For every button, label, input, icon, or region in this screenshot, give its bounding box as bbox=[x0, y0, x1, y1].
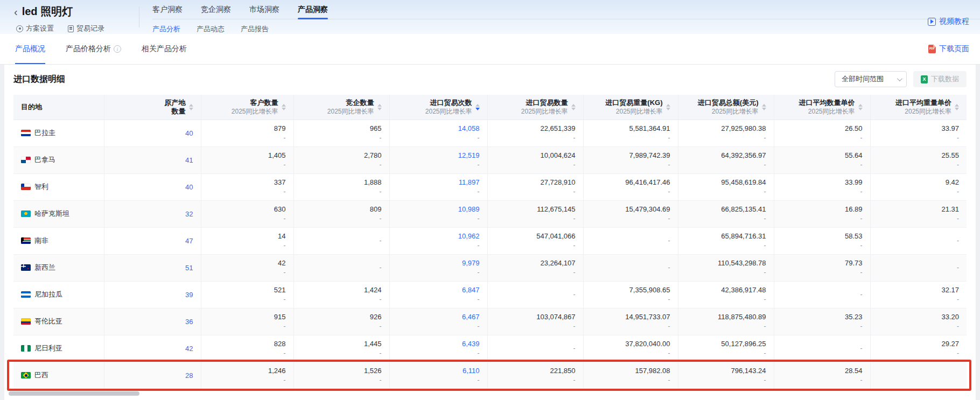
origin-count-cell[interactable]: 42 bbox=[104, 335, 201, 362]
destination-cell: 尼加拉瓜 bbox=[13, 281, 104, 308]
origin-count-link[interactable]: 40 bbox=[185, 183, 193, 191]
back-chevron-icon[interactable]: ‹ bbox=[14, 6, 18, 18]
value-cell: 66,825,135.41- bbox=[678, 200, 774, 227]
origin-count-cell[interactable]: 51 bbox=[104, 254, 201, 281]
origin-count-link[interactable]: 40 bbox=[185, 129, 193, 137]
download-data-button[interactable]: 下载数据 bbox=[913, 71, 967, 87]
value-cell: - bbox=[583, 254, 678, 281]
value-cell: - bbox=[293, 227, 389, 254]
value-cell: 9.42- bbox=[870, 173, 967, 200]
sort-carets-icon[interactable] bbox=[189, 104, 193, 110]
tab-customer-insight[interactable]: 客户洞察 bbox=[152, 5, 183, 19]
value-cell: 27,728,910- bbox=[487, 173, 583, 200]
column-header-6[interactable]: 进口贸易重量(KG)2025同比增长率 bbox=[583, 95, 678, 120]
info-icon[interactable]: i bbox=[114, 45, 121, 53]
value-cell: - bbox=[870, 227, 967, 254]
sort-carets-icon[interactable] bbox=[666, 104, 670, 110]
table-row-colombia: 哥伦比亚36915-926-6,467-103,074,867-14,951,7… bbox=[13, 308, 967, 335]
trade-records-button[interactable]: 贸易记录 bbox=[68, 24, 104, 33]
horizontal-scrollbar-thumb[interactable] bbox=[9, 391, 139, 396]
value-cell: - bbox=[293, 254, 389, 281]
column-header-2[interactable]: 客户数量2025同比增长率 bbox=[201, 95, 293, 120]
value-cell[interactable]: 6,439- bbox=[389, 335, 487, 362]
value-cell[interactable]: 10,962- bbox=[389, 227, 487, 254]
value-cell: 103,074,867- bbox=[487, 308, 583, 335]
table-row-kazakhstan: 哈萨克斯坦32630-809-10,989-112,675,145-15,479… bbox=[13, 200, 967, 227]
origin-count-cell[interactable]: 40 bbox=[104, 120, 201, 146]
origin-count-link[interactable]: 28 bbox=[185, 371, 193, 380]
origin-count-cell[interactable]: 28 bbox=[104, 362, 201, 389]
origin-count-link[interactable]: 47 bbox=[185, 237, 193, 245]
sort-carets-icon[interactable] bbox=[377, 104, 382, 110]
tab-product-dynamics[interactable]: 产品动态 bbox=[197, 24, 225, 34]
value-cell: 796,143.24- bbox=[678, 362, 774, 389]
value-cell: 22,651,339- bbox=[487, 120, 583, 146]
tab-competitor-insight[interactable]: 竞企洞察 bbox=[201, 5, 231, 19]
value-cell: 42- bbox=[201, 254, 293, 281]
tab-related-product-analysis[interactable]: 相关产品分析 bbox=[142, 34, 187, 64]
value-cell: 21.31- bbox=[870, 200, 967, 227]
page-title: led 照明灯 bbox=[22, 4, 73, 19]
column-header-1[interactable]: 原产地数量 bbox=[104, 95, 201, 120]
secondary-tab-bar: 产品分析 产品动态 产品报告 bbox=[152, 24, 980, 34]
value-cell[interactable]: 10,989- bbox=[389, 200, 487, 227]
value-cell[interactable]: 12,519- bbox=[389, 146, 487, 173]
value-cell[interactable]: 11,897- bbox=[389, 173, 487, 200]
value-cell: 95,458,619.84- bbox=[678, 173, 774, 200]
sort-carets-icon[interactable] bbox=[571, 104, 576, 110]
panama-flag-icon bbox=[21, 157, 31, 163]
value-cell: - bbox=[774, 281, 870, 308]
sort-carets-icon[interactable] bbox=[762, 104, 766, 110]
value-cell: 337- bbox=[201, 173, 293, 200]
value-cell: 14,951,733.07- bbox=[583, 308, 678, 335]
table-row-panama: 巴拿马411,405-2,780-12,519-10,004,624-7,989… bbox=[13, 146, 967, 173]
origin-count-cell[interactable]: 32 bbox=[104, 200, 201, 227]
origin-count-link[interactable]: 42 bbox=[185, 345, 193, 353]
time-range-select[interactable]: 全部时间范围 bbox=[835, 71, 907, 87]
value-cell[interactable]: 6,467- bbox=[389, 308, 487, 335]
sort-carets-icon[interactable] bbox=[282, 104, 286, 110]
value-cell: 521- bbox=[201, 281, 293, 308]
origin-count-link[interactable]: 39 bbox=[185, 291, 193, 299]
origin-count-cell[interactable]: 39 bbox=[104, 281, 201, 308]
value-cell[interactable]: 14,058- bbox=[389, 120, 487, 146]
origin-count-cell[interactable]: 41 bbox=[104, 146, 201, 173]
tab-product-report[interactable]: 产品报告 bbox=[241, 24, 269, 34]
column-header-4[interactable]: 进口贸易次数2025同比增长率 bbox=[389, 95, 487, 120]
download-page-link[interactable]: 下载页面 bbox=[928, 44, 969, 54]
sort-carets-icon[interactable] bbox=[858, 104, 863, 110]
sort-carets-icon[interactable] bbox=[955, 104, 959, 110]
tab-product-analysis[interactable]: 产品分析 bbox=[152, 24, 180, 34]
origin-count-cell[interactable]: 47 bbox=[104, 227, 201, 254]
value-cell[interactable]: 6,847- bbox=[389, 281, 487, 308]
tab-market-insight[interactable]: 市场洞察 bbox=[249, 5, 279, 19]
origin-count-link[interactable]: 32 bbox=[185, 210, 193, 218]
value-cell[interactable]: 9,979- bbox=[389, 254, 487, 281]
column-header-8[interactable]: 进口平均数量单价2025同比增长率 bbox=[774, 95, 870, 120]
value-cell: 37,820,040.00- bbox=[583, 335, 678, 362]
scheme-settings-button[interactable]: 方案设置 bbox=[16, 24, 54, 33]
origin-count-link[interactable]: 51 bbox=[185, 264, 193, 272]
destination-label: 巴拉圭 bbox=[34, 128, 55, 138]
origin-count-cell[interactable]: 40 bbox=[104, 173, 201, 200]
destination-label: 南非 bbox=[34, 236, 48, 245]
origin-count-link[interactable]: 36 bbox=[185, 318, 193, 326]
column-header-9[interactable]: 进口平均重量单价2025同比增长率 bbox=[870, 95, 967, 120]
origin-count-link[interactable]: 41 bbox=[185, 156, 193, 164]
product-title-block: ‹ led 照明灯 方案设置 贸易记录 bbox=[0, 0, 139, 34]
time-range-value: 全部时间范围 bbox=[842, 74, 884, 84]
value-cell bbox=[870, 362, 967, 389]
tab-product-insight[interactable]: 产品洞察 bbox=[298, 5, 328, 19]
value-cell[interactable]: 6,110- bbox=[389, 362, 487, 389]
column-header-5[interactable]: 进口贸易数量2025同比增长率 bbox=[487, 95, 583, 120]
video-tutorial-link[interactable]: 视频教程 bbox=[928, 17, 969, 26]
column-header-7[interactable]: 进口贸易总额(美元)2025同比增长率 bbox=[678, 95, 774, 120]
origin-count-cell[interactable]: 36 bbox=[104, 308, 201, 335]
column-header-3[interactable]: 竞企数量2025同比增长率 bbox=[293, 95, 389, 120]
product-overview-label: 产品概况 bbox=[15, 44, 45, 54]
sort-carets-icon[interactable] bbox=[475, 104, 480, 110]
tab-product-price-analysis[interactable]: 产品价格分析 i bbox=[66, 34, 121, 64]
tab-product-overview[interactable]: 产品概况 bbox=[15, 34, 45, 64]
table-row-southafrica: 南非4714--10,962-547,041,066--65,894,716.3… bbox=[13, 227, 967, 254]
value-cell: 10,004,624- bbox=[487, 146, 583, 173]
